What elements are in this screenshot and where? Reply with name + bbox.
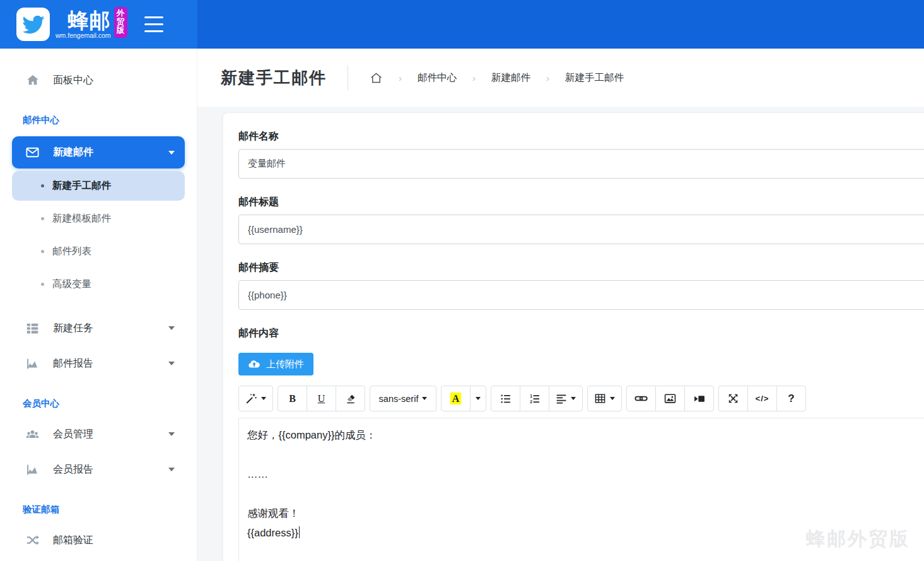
sidebar-item-member-report[interactable]: 会员报告 [12,455,185,484]
magic-wand-icon [245,393,257,405]
unordered-list-button[interactable] [491,386,520,411]
chevron-down-icon [168,151,175,155]
fullscreen-icon [727,393,739,405]
chevron-down-icon [168,326,175,330]
editor-content[interactable]: 您好，{{company}}的成员： …… 感谢观看！ {{address}} [238,418,924,561]
chevron-down-icon [168,468,175,471]
sidebar-subitem-label: 高级变量 [52,278,91,291]
sidebar-subitem-mail-list[interactable]: 邮件列表 [12,237,185,266]
breadcrumb-new-mail[interactable]: 新建邮件 [491,71,530,85]
field-mail-name: 邮件名称 [238,130,924,179]
editor-paragraph: {{address}} [247,523,924,543]
mail-subject-input[interactable] [238,215,924,244]
sidebar-item-mailbox-verify[interactable]: 邮箱验证 [12,526,185,555]
mail-content-label: 邮件内容 [238,327,924,340]
editor-paragraph: 您好，{{company}}的成员： [247,425,924,445]
editor-paragraph [247,445,924,464]
font-color-dropdown[interactable] [470,386,486,411]
envelope-icon [25,145,40,160]
insert-video-button[interactable] [684,386,714,411]
paragraph-align-dropdown[interactable] [549,386,583,411]
code-view-button[interactable]: </> [747,386,777,411]
sidebar-item-member-manage[interactable]: 会员管理 [12,420,185,449]
divider [348,65,348,90]
chevron-down-icon [422,397,427,400]
editor-toolbar: B U sans-serif A [238,386,924,411]
style-dropdown-button[interactable] [238,386,273,411]
sidebar-section-mail-center: 邮件中心 [23,114,197,126]
clear-format-button[interactable] [336,386,365,411]
home-outline-icon[interactable] [370,71,383,85]
brand-area: 蜂邮 wm.fengemail.com 外贸版 [0,0,197,49]
sidebar-item-label: 新建任务 [53,322,93,335]
page-title: 新建手工邮件 [221,67,327,89]
chevron-down-icon [168,432,175,436]
sidebar-item-label: 新建邮件 [53,146,93,159]
upload-attachment-button[interactable]: 上传附件 [238,353,313,375]
bold-button[interactable]: B [278,386,307,411]
sidebar-item-dashboard[interactable]: 面板中心 [12,66,185,95]
sidebar-subitem-label: 新建手工邮件 [52,179,111,192]
table-dropdown-button[interactable] [587,386,622,411]
page-header: 新建手工邮件 › 邮件中心 › 新建邮件 › 新建手工邮件 [197,49,924,107]
users-icon [25,427,40,442]
editor-paragraph [247,484,924,504]
toolbar-group-style [238,386,273,411]
form-card: 邮件名称 邮件标题 邮件摘要 邮件内容 上传附件 [223,112,924,561]
help-button[interactable]: ? [776,386,806,411]
toolbar-group-color: A [441,386,486,411]
insert-picture-button[interactable] [655,386,685,411]
toolbar-group-view: </> ? [718,386,806,411]
sidebar-item-new-task[interactable]: 新建任务 [12,314,185,343]
bullet-icon [41,283,44,286]
shuffle-icon [25,533,40,547]
chevron-down-icon [610,397,615,400]
editor-paragraph: 感谢观看！ [247,504,924,523]
sidebar-section-member-center: 会员中心 [23,398,197,410]
home-icon [25,73,40,87]
brand-domain: wm.fengemail.com [56,32,111,39]
top-header: 蜂邮 wm.fengemail.com 外贸版 新人礼包 1 邀请好友 [0,0,924,49]
mail-summary-label: 邮件摘要 [238,261,924,275]
content-area: 邮件名称 邮件标题 邮件摘要 邮件内容 上传附件 [197,107,924,561]
chevron-right-icon: › [472,73,476,83]
chart-icon [25,357,40,370]
breadcrumb-mail-center[interactable]: 邮件中心 [418,71,457,85]
chevron-down-icon [476,397,481,400]
brand-edition-badge: 外贸版 [114,7,127,38]
bullet-icon [41,184,44,187]
toolbar-group-fontname: sans-serif [370,386,436,411]
font-color-button[interactable]: A [441,386,471,411]
toolbar-group-insert [626,386,714,411]
sidebar-item-mail-report[interactable]: 邮件报告 [12,349,185,378]
sidebar-item-new-mail[interactable]: 新建邮件 [12,136,185,168]
sidebar-nav: 面板中心 邮件中心 新建邮件 新建手工邮件 新建模板邮件 邮件列表 高级变量 新… [0,49,197,561]
hamburger-icon[interactable] [144,16,163,32]
field-mail-subject: 邮件标题 [238,196,924,244]
picture-icon [664,393,676,405]
underline-button[interactable]: U [307,386,336,411]
sidebar-subitem-new-template-mail[interactable]: 新建模板邮件 [12,204,185,233]
insert-link-button[interactable] [626,386,656,411]
cloud-upload-icon [248,358,260,370]
mail-summary-input[interactable] [238,280,924,310]
sidebar-subitem-advanced-variables[interactable]: 高级变量 [12,269,185,299]
font-family-dropdown[interactable]: sans-serif [370,386,436,411]
main-content: 新建手工邮件 › 邮件中心 › 新建邮件 › 新建手工邮件 邮件名称 邮件标题 [197,49,924,561]
chevron-down-icon [168,362,175,365]
ordered-list-button[interactable]: 12 [520,386,549,411]
chevron-down-icon [571,397,576,400]
bullet-icon [41,250,44,253]
table-icon [594,393,606,405]
sidebar-subitem-new-manual-mail[interactable]: 新建手工邮件 [12,171,185,201]
mail-name-input[interactable] [238,149,924,179]
sidebar-item-label: 邮件报告 [53,357,93,370]
sidebar-section-verify-mailbox: 验证邮箱 [23,504,197,516]
brand-text: 蜂邮 wm.fengemail.com [56,10,111,39]
text-cursor [299,526,300,538]
app-logo[interactable] [16,8,50,41]
sidebar-subitem-label: 邮件列表 [52,245,91,258]
task-list-icon [25,322,40,335]
ordered-list-icon: 12 [529,393,541,405]
fullscreen-button[interactable] [718,386,748,411]
